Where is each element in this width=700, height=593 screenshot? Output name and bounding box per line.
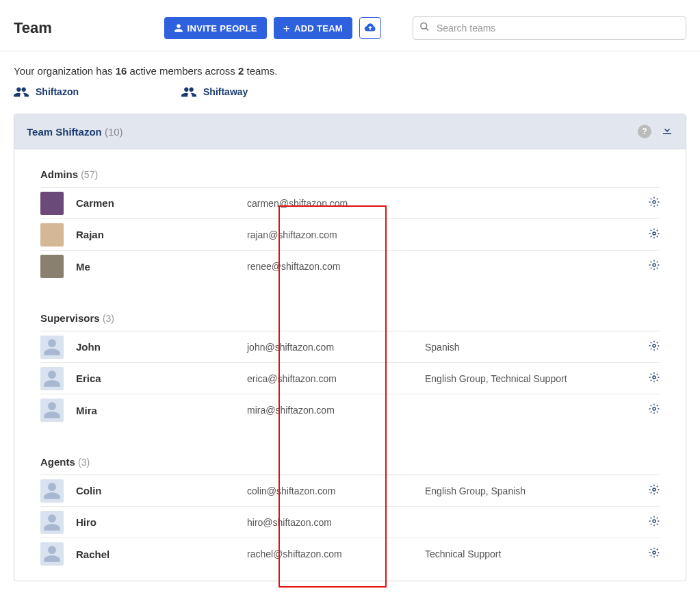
member-row[interactable]: Johnjohn@shiftazon.comSpanish bbox=[40, 331, 660, 363]
section-agents: Agents (3)Colincolin@shiftazon.comEnglis… bbox=[14, 437, 686, 581]
svg-point-4 bbox=[653, 264, 656, 266]
section-supervisors: Supervisors (3)Johnjohn@shiftazon.comSpa… bbox=[14, 293, 686, 437]
member-email: erica@shiftazon.com bbox=[247, 373, 425, 384]
org-summary: Your organization has 16 active members … bbox=[14, 65, 686, 77]
svg-point-9 bbox=[653, 520, 656, 522]
member-name: Mira bbox=[76, 405, 247, 416]
cloud-download-icon bbox=[364, 22, 376, 34]
member-email: mira@shiftazon.com bbox=[247, 405, 425, 416]
member-name: Rajan bbox=[76, 229, 247, 240]
team-links: Shiftazon Shiftaway bbox=[14, 86, 686, 97]
member-name: Me bbox=[76, 261, 247, 273]
member-row[interactable]: Hirohiro@shiftazon.com bbox=[40, 507, 660, 538]
member-name: John bbox=[76, 341, 247, 353]
member-row[interactable]: Ericaerica@shiftazon.comEnglish Group, T… bbox=[40, 363, 660, 394]
gear-icon[interactable] bbox=[649, 484, 660, 498]
member-row[interactable]: Colincolin@shiftazon.comEnglish Group, S… bbox=[40, 475, 660, 507]
page-title: Team bbox=[14, 19, 52, 37]
team-panel: Team Shiftazon (10) ? Admins (57)Carmenc… bbox=[14, 114, 686, 581]
member-row[interactable]: Rajanrajan@shiftazon.com bbox=[40, 219, 660, 251]
member-name: Erica bbox=[76, 373, 247, 384]
team-panel-header: Team Shiftazon (10) ? bbox=[14, 114, 686, 149]
avatar bbox=[40, 255, 64, 278]
add-team-button[interactable]: ADD TEAM bbox=[274, 17, 352, 39]
member-email: colin@shiftazon.com bbox=[247, 485, 425, 496]
gear-icon[interactable] bbox=[649, 340, 660, 354]
avatar bbox=[40, 367, 64, 390]
help-icon[interactable]: ? bbox=[638, 125, 651, 138]
panel-title: Team Shiftazon bbox=[27, 126, 102, 138]
gear-icon[interactable] bbox=[649, 403, 660, 417]
add-team-label: ADD TEAM bbox=[294, 23, 343, 34]
member-email: hiro@shiftazon.com bbox=[247, 517, 425, 528]
person-icon bbox=[174, 23, 183, 33]
people-icon bbox=[181, 86, 196, 97]
plus-icon bbox=[283, 23, 290, 34]
svg-line-1 bbox=[426, 28, 428, 31]
download-icon[interactable] bbox=[661, 124, 673, 139]
avatar bbox=[40, 511, 64, 534]
svg-point-5 bbox=[653, 344, 656, 347]
member-row[interactable]: Carmencarmen@shiftazon.com bbox=[40, 188, 660, 219]
member-tags: English Group, Spanish bbox=[425, 485, 649, 496]
member-email: rajan@shiftazon.com bbox=[247, 229, 425, 240]
member-email: renee@shiftazon.com bbox=[247, 261, 425, 272]
invite-people-button[interactable]: INVITE PEOPLE bbox=[164, 17, 267, 39]
member-row[interactable]: Merenee@shiftazon.com bbox=[40, 251, 660, 282]
team-link-shiftaway[interactable]: Shiftaway bbox=[181, 86, 248, 97]
member-name: Rachel bbox=[76, 548, 247, 560]
svg-point-7 bbox=[653, 407, 656, 410]
member-name: Colin bbox=[76, 485, 247, 496]
member-row[interactable]: Miramira@shiftazon.com bbox=[40, 394, 660, 426]
member-name: Hiro bbox=[76, 516, 247, 528]
gear-icon[interactable] bbox=[649, 228, 660, 242]
cloud-download-button[interactable] bbox=[359, 17, 381, 39]
avatar bbox=[40, 192, 64, 215]
svg-point-6 bbox=[653, 376, 656, 379]
section-heading: Supervisors (3) bbox=[40, 312, 660, 331]
svg-point-2 bbox=[653, 201, 656, 203]
avatar bbox=[40, 399, 64, 422]
svg-point-0 bbox=[421, 23, 427, 29]
gear-icon[interactable] bbox=[649, 260, 660, 273]
member-tags: Technical Support bbox=[425, 548, 649, 559]
team-link-label: Shiftaway bbox=[203, 86, 248, 97]
people-icon bbox=[14, 86, 29, 97]
gear-icon[interactable] bbox=[649, 372, 660, 386]
search-icon bbox=[419, 22, 430, 35]
panel-count: (10) bbox=[105, 126, 123, 138]
svg-point-8 bbox=[653, 488, 656, 491]
svg-point-10 bbox=[653, 551, 656, 554]
svg-point-3 bbox=[653, 232, 656, 235]
member-tags: Spanish bbox=[425, 342, 649, 353]
avatar bbox=[40, 542, 64, 566]
member-email: john@shiftazon.com bbox=[247, 342, 425, 353]
member-row[interactable]: Rachelrachel@shiftazon.comTechnical Supp… bbox=[40, 538, 660, 570]
section-admins: Admins (57)Carmencarmen@shiftazon.comRaj… bbox=[14, 149, 686, 293]
gear-icon[interactable] bbox=[649, 547, 660, 561]
invite-people-label: INVITE PEOPLE bbox=[187, 23, 257, 34]
avatar bbox=[40, 479, 64, 503]
member-name: Carmen bbox=[76, 197, 247, 209]
avatar bbox=[40, 336, 64, 359]
section-heading: Agents (3) bbox=[40, 456, 660, 475]
member-email: carmen@shiftazon.com bbox=[247, 198, 425, 209]
gear-icon[interactable] bbox=[649, 516, 660, 529]
search-input[interactable] bbox=[413, 16, 686, 40]
team-link-shiftazon[interactable]: Shiftazon bbox=[14, 86, 79, 97]
member-email: rachel@shiftazon.com bbox=[247, 548, 425, 559]
avatar bbox=[40, 223, 64, 247]
team-link-label: Shiftazon bbox=[36, 86, 79, 97]
member-tags: English Group, Technical Support bbox=[425, 373, 649, 384]
gear-icon[interactable] bbox=[649, 197, 660, 210]
section-heading: Admins (57) bbox=[40, 168, 660, 188]
